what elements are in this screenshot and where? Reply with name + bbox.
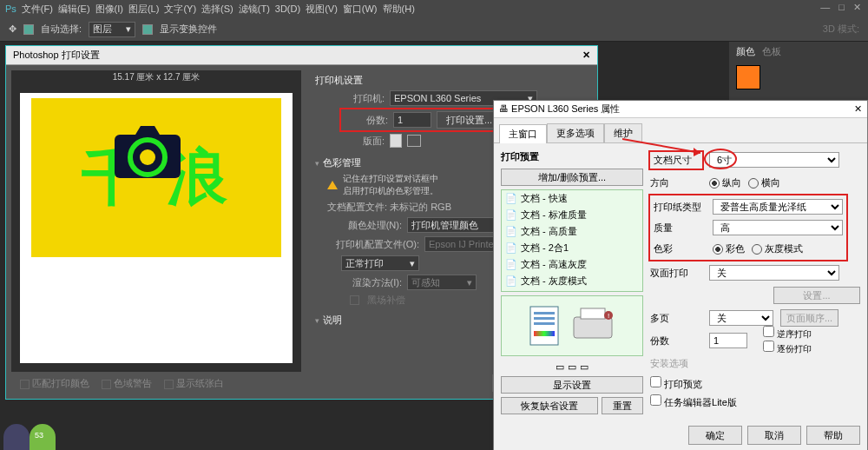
svg-rect-7 [534, 317, 555, 320]
color-management-heading: 色彩管理 [323, 156, 361, 169]
tab-maintenance[interactable]: 维护 [604, 123, 642, 142]
menu-layer[interactable]: 图层(L) [128, 3, 159, 16]
panel-swatches-tab[interactable]: 色板 [762, 45, 781, 58]
app-menubar: Ps 文件(F) 编辑(E) 图像(I) 图层(L) 文字(Y) 选择(S) 滤… [0, 0, 868, 17]
list-item: 📄文档 - 高速灰度 [502, 256, 642, 273]
show-transform-label: 显示变换控件 [160, 23, 217, 36]
reset-button[interactable]: 重置 [602, 397, 643, 414]
show-transform-checkbox[interactable] [142, 24, 153, 35]
menu-file[interactable]: 文件(F) [22, 3, 53, 16]
list-item: 📄文档 - 高质量 [502, 223, 642, 240]
print-settings-button[interactable]: 打印设置... [437, 111, 502, 129]
svg-rect-9 [534, 331, 555, 336]
document-preview-icon [527, 305, 562, 347]
printer-label: 打印机: [315, 92, 385, 105]
blackpoint-checkbox[interactable] [350, 295, 359, 305]
tab-main[interactable]: 主窗口 [499, 124, 547, 143]
minimize-icon[interactable]: — [820, 2, 830, 13]
menu-filter[interactable]: 滤镜(T) [239, 3, 270, 16]
print-dialog-close-icon[interactable]: ✕ [582, 50, 590, 61]
mode3d-label: 3D 模式: [823, 23, 859, 36]
warning-icon [327, 181, 338, 189]
duplex-settings-button[interactable]: 设置... [773, 287, 860, 304]
menu-help[interactable]: 帮助(H) [383, 3, 415, 16]
list-item: 📄文档 - 快速 [502, 190, 642, 207]
quality-dropdown[interactable]: 高 [713, 220, 843, 235]
close-icon[interactable]: ✕ [853, 2, 861, 13]
print-preview-area: 千 浪 [11, 84, 301, 372]
color-note-2: 启用打印机的色彩管理。 [343, 185, 438, 197]
render-intent-label: 渲染方法(I): [315, 276, 402, 289]
auto-select-dropdown[interactable]: 图层▾ [89, 22, 135, 37]
add-remove-presets-button[interactable]: 增加/删除预置... [501, 169, 643, 186]
multipage-label: 多页 [650, 312, 702, 325]
doc-tab-2[interactable]: 53 [30, 424, 56, 450]
epson-dialog-title: EPSON L360 Series 属性 [511, 103, 620, 114]
menu-type[interactable]: 文字(Y) [164, 3, 196, 16]
epson-properties-dialog: 🖶 EPSON L360 Series 属性 ✕ 主窗口 更多选项 维护 打印预… [493, 100, 868, 450]
menu-edit[interactable]: 编辑(E) [58, 3, 90, 16]
options-bar: ✥ 自动选择: 图层▾ 显示变换控件 3D 模式: [0, 17, 868, 42]
move-tool-icon[interactable]: ✥ [9, 23, 16, 35]
chevron-down-icon[interactable]: ▾ [315, 159, 319, 168]
copies-input[interactable] [393, 112, 431, 128]
menu-view[interactable]: 视图(V) [306, 3, 338, 16]
maximize-icon[interactable]: □ [838, 2, 845, 13]
show-paper-white-checkbox[interactable]: 显示纸张白 [164, 377, 224, 390]
install-options-label: 安装选项 [650, 357, 702, 370]
landscape-icon[interactable] [407, 135, 421, 147]
quality-label: 质量 [654, 222, 706, 235]
list-item: 📄文档 - 2合1 [502, 240, 642, 256]
foreground-color-swatch[interactable] [736, 65, 760, 89]
menu-image[interactable]: 图像(I) [95, 3, 123, 16]
restore-defaults-button[interactable]: 恢复缺省设置 [501, 397, 598, 414]
layout-label: 版面: [315, 135, 385, 148]
normal-print-dropdown[interactable]: 正常打印▾ [341, 255, 419, 271]
menu-3d[interactable]: 3D(D) [275, 3, 300, 14]
grayscale-radio[interactable]: 灰度模式 [752, 242, 803, 255]
portrait-radio[interactable]: 纵向 [709, 176, 741, 189]
auto-select-label: 自动选择: [41, 23, 82, 36]
show-settings-button[interactable]: 显示设置 [501, 376, 643, 394]
menu-window[interactable]: 窗口(W) [343, 3, 378, 16]
reverse-print-checkbox[interactable]: 逆序打印 [763, 326, 812, 341]
multipage-dropdown[interactable]: 关 [709, 310, 773, 326]
printer-preview-icon: ! [569, 305, 617, 347]
auto-select-checkbox[interactable] [23, 24, 34, 35]
color-label: 色彩 [654, 242, 706, 255]
svg-text:!: ! [608, 312, 609, 320]
tab-more-options[interactable]: 更多选项 [547, 123, 604, 142]
paper-type-dropdown[interactable]: 爱普生高质量光泽纸 [713, 199, 843, 215]
render-intent-dropdown[interactable]: 可感知▾ [407, 275, 477, 290]
doc-profile-label: 文档配置文件: 未标记的 RGB [327, 201, 451, 214]
duplex-dropdown[interactable]: 关 [709, 265, 839, 281]
preset-list[interactable]: 📄文档 - 快速 📄文档 - 标准质量 📄文档 - 高质量 📄文档 - 2合1 … [501, 189, 643, 292]
color-radio[interactable]: 彩色 [713, 242, 745, 255]
description-heading: 说明 [323, 314, 342, 327]
job-arranger-checkbox[interactable]: 任务编辑器Lite版 [650, 394, 860, 409]
gamut-warning-checkbox[interactable]: 色域警告 [102, 377, 152, 390]
chevron-down-icon[interactable]: ▾ [315, 316, 319, 325]
portrait-icon[interactable] [390, 134, 402, 148]
page-order-button[interactable]: 页面顺序... [780, 309, 838, 327]
print-preview-checkbox[interactable]: 打印预览 [650, 376, 860, 391]
doc-tab-1[interactable] [3, 424, 30, 450]
match-print-colors-checkbox[interactable]: 匹配打印颜色 [20, 377, 89, 390]
copies-label: 份数: [345, 114, 388, 127]
document-tabs: 53 [3, 424, 56, 450]
doc-size-dropdown[interactable]: 6寸 [709, 152, 839, 168]
menu-select[interactable]: 选择(S) [201, 3, 233, 16]
orientation-label: 方向 [650, 176, 702, 189]
epson-close-icon[interactable]: ✕ [854, 103, 862, 115]
ok-button[interactable]: 确定 [688, 426, 742, 445]
help-button[interactable]: 帮助 [806, 426, 860, 445]
copies-input[interactable] [709, 333, 747, 348]
color-note-1: 记住在打印设置对话框中 [343, 173, 438, 185]
preview-dimensions: 15.17 厘米 x 12.7 厘米 [11, 70, 301, 84]
print-presets-heading: 打印预置 [501, 150, 643, 163]
svg-rect-6 [534, 312, 555, 314]
landscape-radio[interactable]: 横向 [748, 176, 780, 189]
cancel-button[interactable]: 取消 [747, 426, 801, 445]
color-handling-label: 颜色处理(N): [315, 219, 402, 232]
panel-color-tab[interactable]: 颜色 [736, 45, 755, 58]
